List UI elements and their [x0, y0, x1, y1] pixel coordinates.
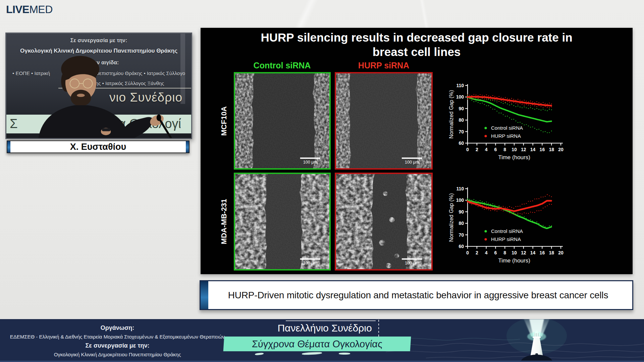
organizer-label: Οργάνωση:	[0, 324, 235, 331]
svg-text:Normalized Gap (%): Normalized Gap (%)	[448, 193, 454, 242]
congress-title-rule	[286, 320, 376, 321]
lighthouse-graphic	[493, 319, 580, 362]
row-label-mcf10a: MCF10A	[220, 106, 228, 136]
scale-bar-label: 100 μm	[405, 261, 419, 265]
svg-text:16: 16	[540, 147, 545, 152]
svg-text:60: 60	[459, 140, 464, 146]
nameplate-edge	[7, 141, 10, 153]
svg-text:14: 14	[530, 250, 536, 255]
row-label-mda-mb-231: MDA-MB-231	[220, 199, 228, 244]
micrograph-mda-control: 100 μm	[234, 173, 331, 270]
svg-text:8: 8	[503, 147, 506, 152]
micrograph-image: 100 μm	[235, 73, 329, 168]
micrograph-mcf10a-hurp: 100 μm	[335, 72, 433, 170]
svg-text:60: 60	[459, 244, 464, 249]
slide-title-line1: HURP silencing results in decreased gap …	[261, 31, 572, 44]
svg-text:110: 110	[456, 83, 464, 88]
axes: 0246810121416182060708090100110Time (hou…	[448, 186, 564, 264]
lecture-title-banner: HURP-Driven mitotic dysregulation and me…	[200, 280, 633, 310]
svg-text:80: 80	[459, 117, 464, 123]
watermark-streak	[413, 0, 436, 30]
collaboration-label: Σε συνεργασία με την:	[0, 342, 235, 349]
svg-text:4: 4	[485, 250, 488, 255]
banner-accent-bar	[201, 281, 208, 309]
micrograph-image: 100 μm	[336, 73, 431, 168]
svg-text:14: 14	[530, 147, 536, 152]
speaker-name: Χ. Ευσταθίου	[70, 142, 126, 152]
svg-text:90: 90	[459, 209, 464, 215]
logo-med: MED	[29, 3, 53, 15]
svg-text:0: 0	[466, 147, 469, 152]
svg-text:16: 16	[540, 250, 545, 255]
scale-bar-label: 100 μm	[303, 160, 317, 165]
svg-text:100: 100	[456, 197, 464, 203]
svg-text:0: 0	[466, 250, 469, 255]
footer-credits: Οργάνωση: ΕΔΕΜΣΕΘ - Ελληνική & Διεθνής Ε…	[0, 322, 235, 357]
svg-text:12: 12	[521, 250, 526, 255]
svg-text:18: 18	[549, 250, 554, 255]
legend: Control siRNAHURP siRNA	[484, 125, 523, 139]
presentation-slide: HURP silencing results in decreased gap …	[201, 28, 633, 274]
livemed-logo: LIVEMED	[6, 3, 53, 16]
svg-text:Time (hours): Time (hours)	[498, 154, 530, 161]
svg-text:100: 100	[456, 94, 464, 100]
svg-text:4: 4	[485, 147, 488, 152]
svg-text:8: 8	[503, 250, 506, 255]
speaker-video: Σε συνεργασία με την: Ογκολογική Κλινική…	[5, 33, 192, 139]
scale-bar-label: 100 μm	[405, 160, 419, 165]
broadcast-stage: LIVEMED Σε συνεργασία με την: Ογκολογική…	[0, 0, 644, 362]
svg-text:HURP siRNA: HURP siRNA	[491, 236, 521, 242]
svg-text:80: 80	[459, 221, 464, 226]
svg-text:Control siRNA: Control siRNA	[491, 125, 523, 131]
column-header-hurp: HURP siRNA	[333, 61, 434, 70]
paint-speck	[339, 353, 350, 355]
svg-text:Time (hours): Time (hours)	[498, 257, 530, 264]
gap-closure-chart-mda-mb-231: 0246810121416182060708090100110Time (hou…	[448, 184, 572, 268]
svg-text:2: 2	[476, 250, 478, 255]
watermark-streak	[287, 0, 324, 30]
svg-text:70: 70	[459, 129, 464, 134]
svg-text:12: 12	[521, 147, 526, 152]
legend: Control siRNAHURP siRNA	[484, 228, 523, 242]
speaker-nameplate: Χ. Ευσταθίου	[7, 140, 190, 153]
micrograph-mda-hurp: 100 μm	[335, 173, 433, 270]
column-header-control: Control siRNA	[232, 61, 332, 70]
collaboration-name: Ογκολογική Κλινική Δημοκρίτειου Πανεπιστ…	[0, 352, 235, 357]
slide-title-line2: breast cell lines	[373, 45, 461, 58]
dashed-divider	[378, 320, 379, 337]
nameplate-edge	[186, 141, 189, 153]
micrograph-image: 100 μm	[235, 174, 329, 269]
svg-text:110: 110	[456, 186, 464, 191]
svg-text:20: 20	[558, 250, 564, 255]
speaker-silhouette	[6, 34, 191, 138]
svg-text:6: 6	[494, 147, 497, 152]
scale-bar-label: 100 μm	[303, 261, 317, 265]
svg-text:18: 18	[549, 147, 554, 152]
svg-text:Normalized Gap (%): Normalized Gap (%)	[448, 90, 454, 139]
micrograph-image: 100 μm	[336, 174, 431, 269]
svg-text:Control siRNA: Control siRNA	[491, 228, 523, 234]
series	[467, 194, 552, 229]
svg-text:6: 6	[494, 250, 497, 255]
micrograph-mcf10a-control: 100 μm	[234, 72, 331, 170]
paint-speck	[302, 352, 322, 355]
congress-title: Πανελλήνιο Συνέδριο	[271, 322, 378, 334]
logo-live: LIVE	[6, 3, 29, 15]
footer: Οργάνωση: ΕΔΕΜΣΕΘ - Ελληνική & Διεθνής Ε…	[0, 319, 644, 362]
svg-text:70: 70	[459, 232, 464, 238]
svg-text:20: 20	[558, 147, 564, 152]
paint-speck	[255, 353, 264, 356]
lecture-title: HURP-Driven mitotic dysregulation and me…	[225, 290, 608, 301]
svg-text:10: 10	[512, 250, 517, 255]
footer-bottom-strip	[0, 361, 644, 362]
congress-subtitle: Σύγχρονα Θέματα Ογκολογίας	[252, 339, 383, 350]
organizer-name: ΕΔΕΜΣΕΘ - Ελληνική & Διεθνής Εταιρεία Μο…	[0, 334, 235, 340]
svg-text:10: 10	[512, 147, 517, 152]
svg-text:90: 90	[459, 106, 464, 111]
slide-title: HURP silencing results in decreased gap …	[201, 31, 633, 59]
gap-closure-chart-mcf10a: 0246810121416182060708090100110Time (hou…	[448, 81, 572, 165]
svg-text:2: 2	[476, 147, 478, 152]
svg-text:HURP siRNA: HURP siRNA	[491, 133, 521, 139]
congress-subtitle-band: Σύγχρονα Θέματα Ογκολογίας	[223, 337, 411, 351]
